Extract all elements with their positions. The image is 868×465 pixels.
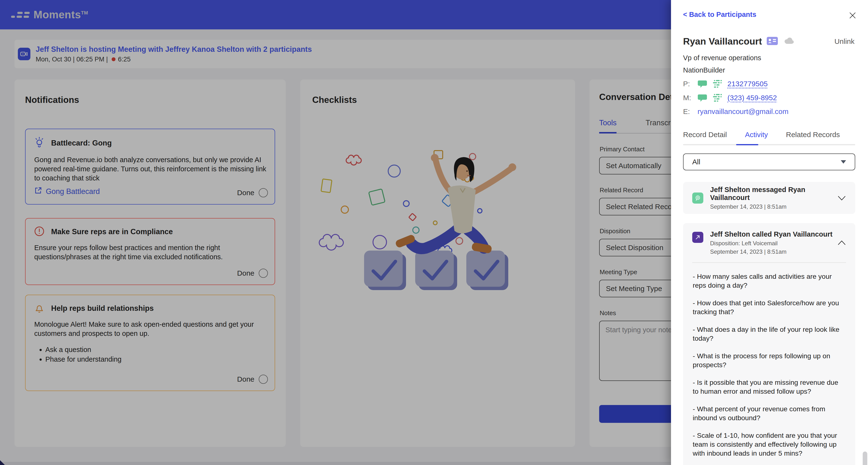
call-log-icon[interactable]: [712, 79, 723, 88]
activity-filter-dropdown[interactable]: All: [683, 154, 855, 170]
sms-bubble-icon[interactable]: [698, 79, 707, 88]
activity-title: Jeff Shelton messaged Ryan Vaillancourt: [710, 186, 835, 202]
activity-disposition: Disposition: Left Voicemail: [710, 240, 833, 247]
unlink-button[interactable]: Unlink: [833, 37, 856, 46]
tab-track: [683, 144, 855, 145]
email-label: E:: [683, 107, 693, 115]
modal-dim-overlay: [0, 0, 671, 465]
call-log-icon[interactable]: [712, 94, 723, 102]
activity-call-header[interactable]: Jeff Shelton called Ryan Vaillancourt Di…: [683, 230, 855, 255]
activity-filter-value: All: [692, 158, 700, 166]
activity-timestamp: September 14, 2023 | 8:51am: [710, 203, 835, 210]
mobile-row: M: (323) 459-8952: [683, 94, 868, 102]
activity-item-message[interactable]: Jeff Shelton messaged Ryan Vaillancourt …: [683, 182, 855, 214]
tab-activity[interactable]: Activity: [745, 131, 768, 144]
drawer-scrollbar-thumb[interactable]: [863, 452, 867, 465]
contact-name: Ryan Vaillancourt: [683, 36, 762, 47]
chevron-down-icon: [841, 160, 846, 164]
call-question: - How does that get into Salesforce/how …: [693, 299, 840, 317]
active-tab-indicator: [736, 144, 758, 145]
phone-number-link[interactable]: 2132779505: [727, 80, 768, 88]
call-question-list: - How many sales calls and activities ar…: [683, 263, 855, 465]
activity-title: Jeff Shelton called Ryan Vaillancourt: [710, 230, 833, 238]
email-row: E: ryanvaillancourt@gmail.com: [683, 107, 868, 115]
close-icon[interactable]: [848, 10, 858, 20]
mobile-label: M:: [683, 94, 693, 102]
call-question: - What does a day in the life of your re…: [693, 325, 840, 343]
call-question: - What is the process for reps following…: [693, 352, 840, 369]
activity-timestamp: September 14, 2023 | 8:51am: [710, 248, 833, 255]
chevron-up-icon[interactable]: [835, 239, 848, 247]
mobile-number-link[interactable]: (323) 459-8952: [727, 94, 777, 102]
call-question: - What percent of your revenue comes fro…: [693, 404, 840, 422]
phone-row: P: 2132779505: [683, 79, 868, 88]
sms-bubble-icon[interactable]: [698, 94, 707, 102]
back-to-participants-link[interactable]: < Back to Participants: [683, 10, 756, 19]
activity-item-call: Jeff Shelton called Ryan Vaillancourt Di…: [683, 223, 855, 465]
tab-record-detail[interactable]: Record Detail: [683, 131, 727, 144]
contact-company: NationBuilder: [683, 66, 868, 74]
outbound-call-icon: [692, 232, 703, 243]
participant-drawer: < Back to Participants Ryan Vaillancourt…: [671, 0, 868, 465]
tab-related-records[interactable]: Related Records: [786, 131, 840, 144]
chevron-down-icon[interactable]: [835, 194, 848, 202]
contact-job-title: Vp of revenue operations: [683, 54, 868, 62]
email-link[interactable]: ryanvaillancourt@gmail.com: [698, 107, 788, 115]
phone-label: P:: [683, 80, 693, 88]
call-question: - Scale of 1-10, how confident are you t…: [693, 431, 840, 458]
message-activity-icon: [692, 193, 703, 204]
cloud-icon: [783, 37, 795, 46]
contact-card-icon: [767, 37, 778, 46]
call-question: - Is it possible that you are missing re…: [693, 378, 840, 396]
call-question: - How many sales calls and activities ar…: [693, 272, 840, 290]
